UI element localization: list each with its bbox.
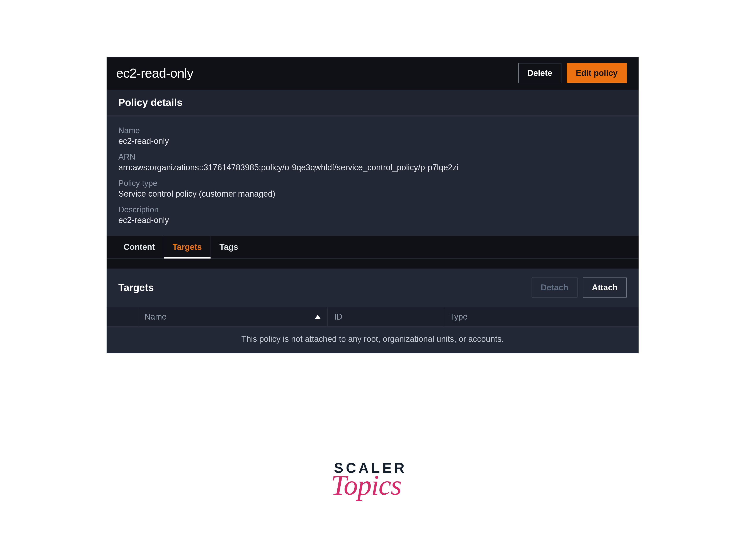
delete-button[interactable]: Delete	[518, 63, 561, 83]
col-id-label: ID	[334, 312, 342, 321]
edit-policy-button[interactable]: Edit policy	[567, 63, 627, 83]
col-type-label: Type	[450, 312, 468, 321]
detail-policy-type: Policy type Service control policy (cust…	[118, 179, 627, 199]
page-title: ec2-read-only	[116, 66, 193, 81]
brand-topics-text: Topics	[325, 469, 407, 501]
targets-table: Name ID Type This policy is not attached…	[107, 307, 638, 353]
detail-arn: ARN arn:aws:organizations::317614783985:…	[118, 152, 627, 172]
detail-policy-type-label: Policy type	[118, 179, 627, 188]
targets-actions: Detach Attach	[532, 277, 627, 298]
brand-logo: SCALER Topics	[334, 460, 407, 501]
col-name[interactable]: Name	[138, 307, 328, 326]
targets-table-head: Name ID Type	[107, 307, 638, 326]
detail-name-value: ec2-read-only	[118, 136, 627, 146]
tab-content[interactable]: Content	[115, 236, 164, 258]
attach-button[interactable]: Attach	[583, 277, 627, 298]
policy-details-body: Name ec2-read-only ARN arn:aws:organizat…	[107, 116, 638, 236]
col-select	[118, 307, 138, 326]
detach-button: Detach	[532, 277, 578, 298]
detail-policy-type-value: Service control policy (customer managed…	[118, 189, 627, 199]
detail-arn-value: arn:aws:organizations::317614783985:poli…	[118, 163, 627, 172]
targets-section: Targets Detach Attach Name ID Type T	[107, 268, 638, 353]
detail-description: Description ec2-read-only	[118, 205, 627, 225]
header-actions: Delete Edit policy	[518, 63, 627, 83]
detail-name-label: Name	[118, 126, 627, 135]
detail-description-label: Description	[118, 205, 627, 214]
col-type[interactable]: Type	[443, 307, 627, 326]
tab-tags[interactable]: Tags	[211, 236, 247, 258]
policy-details-title: Policy details	[118, 97, 627, 108]
tabs: Content Targets Tags	[107, 236, 638, 258]
policy-console: ec2-read-only Delete Edit policy Policy …	[107, 57, 638, 353]
col-name-label: Name	[144, 312, 166, 321]
page-header: ec2-read-only Delete Edit policy	[107, 58, 638, 89]
tab-targets[interactable]: Targets	[164, 236, 211, 258]
sort-asc-icon	[315, 315, 321, 319]
detail-arn-label: ARN	[118, 152, 627, 162]
targets-empty-message: This policy is not attached to any root,…	[107, 326, 638, 353]
policy-details-panel: Policy details Name ec2-read-only ARN ar…	[107, 89, 638, 236]
targets-header: Targets Detach Attach	[107, 269, 638, 307]
detail-description-value: ec2-read-only	[118, 215, 627, 225]
detail-name: Name ec2-read-only	[118, 126, 627, 146]
policy-details-header: Policy details	[107, 89, 638, 116]
col-id[interactable]: ID	[328, 307, 443, 326]
targets-title: Targets	[118, 282, 154, 294]
